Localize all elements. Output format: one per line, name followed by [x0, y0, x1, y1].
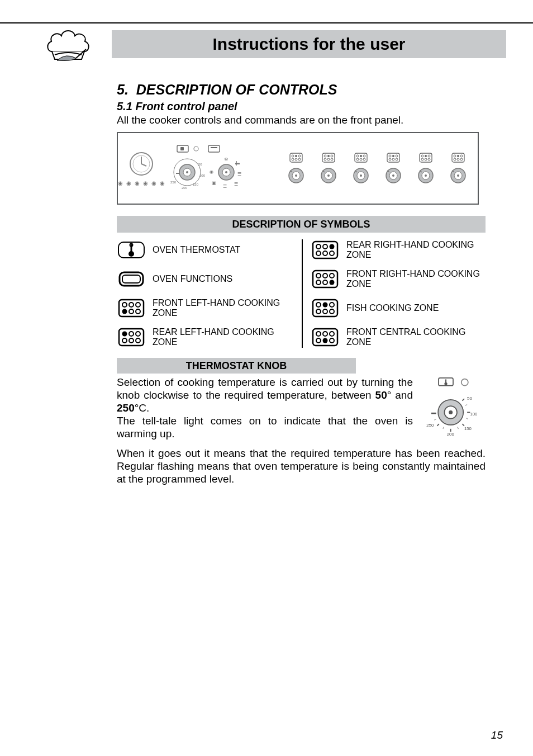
svg-line-152 — [437, 424, 439, 426]
svg-point-142 — [323, 338, 328, 343]
symbol-row: FRONT RIGHT-HAND COOKING ZONE — [311, 268, 486, 290]
svg-point-110 — [122, 332, 127, 337]
svg-point-72 — [392, 174, 394, 177]
svg-point-111 — [129, 332, 134, 336]
mid-knob-group: 50 100 150 200 250 ❄ — [165, 144, 277, 192]
svg-point-117 — [316, 244, 321, 249]
subsection-heading: 5.1 Front control panel — [117, 100, 486, 113]
svg-text:◉: ◉ — [210, 169, 213, 174]
svg-point-12 — [186, 171, 188, 173]
svg-point-54 — [360, 155, 362, 157]
content-region: 5. DESCRIPTION OF CONTROLS 5.1 Front con… — [117, 78, 486, 490]
symbols-table: OVEN THERMOSTAT OVEN FUNCTIONS — [117, 239, 486, 348]
svg-point-21 — [225, 171, 227, 173]
svg-line-148 — [462, 399, 464, 400]
svg-point-143 — [330, 338, 334, 343]
svg-point-57 — [360, 158, 362, 160]
therm-max: 250 — [117, 402, 135, 414]
svg-rect-101 — [122, 275, 140, 283]
svg-point-91 — [460, 158, 463, 160]
svg-line-155 — [458, 427, 459, 428]
svg-point-161 — [449, 410, 453, 414]
svg-point-146 — [444, 382, 447, 385]
therm-tick-100: 100 — [470, 412, 478, 417]
symbol-label: FRONT RIGHT-HAND COOKING ZONE — [346, 269, 486, 289]
svg-point-68 — [392, 158, 394, 160]
svg-point-88 — [460, 155, 463, 157]
svg-point-140 — [330, 332, 334, 336]
svg-point-124 — [316, 273, 321, 278]
svg-point-121 — [323, 251, 327, 256]
symbols-col-right: REAR RIGHT-HAND COOKING ZONE — [311, 239, 486, 348]
svg-point-61 — [360, 174, 362, 177]
symbol-row: REAR RIGHT-HAND COOKING ZONE — [311, 239, 486, 261]
hob-knob-icon — [385, 167, 402, 184]
zone-front-left-icon — [117, 297, 146, 319]
switch-icon: ◉ — [135, 180, 140, 186]
svg-text:❄: ❄ — [224, 157, 229, 162]
svg-point-58 — [363, 158, 365, 160]
svg-point-50 — [327, 174, 330, 177]
svg-text:☰: ☰ — [234, 182, 238, 187]
header-band: Instructions for the user — [112, 30, 506, 58]
therm-tick-250: 250 — [426, 423, 434, 428]
svg-point-120 — [316, 251, 321, 256]
zone-rear-right-icon — [311, 239, 340, 261]
subsection-title: Front control panel — [135, 100, 237, 112]
svg-point-75 — [421, 155, 423, 157]
svg-point-90 — [457, 158, 459, 160]
zone-glyph-icon — [387, 153, 400, 163]
therm-min: 50 — [375, 389, 387, 401]
thermostat-knob-image: 50 100 150 200 250 — [424, 376, 486, 440]
svg-line-3 — [141, 164, 146, 166]
svg-text:50: 50 — [198, 163, 202, 166]
svg-text:☰: ☰ — [237, 172, 241, 177]
svg-point-105 — [136, 303, 140, 307]
svg-point-42 — [324, 155, 326, 157]
svg-point-89 — [454, 158, 456, 160]
hob-knob-unit — [385, 153, 402, 184]
svg-point-119 — [330, 244, 335, 249]
svg-rect-100 — [120, 272, 143, 286]
hob-knob-icon — [320, 167, 337, 184]
hob-knob-unit — [417, 153, 434, 184]
svg-point-127 — [316, 280, 321, 285]
svg-rect-30 — [290, 153, 302, 162]
svg-point-135 — [323, 309, 327, 314]
svg-rect-7 — [208, 145, 220, 152]
svg-rect-5 — [180, 147, 184, 150]
svg-point-126 — [330, 273, 334, 278]
svg-text:▣: ▣ — [212, 181, 216, 186]
svg-point-67 — [389, 158, 391, 160]
symbol-label: REAR LEFT-HAND COOKING ZONE — [153, 327, 292, 347]
symbols-col-left: OVEN THERMOSTAT OVEN FUNCTIONS — [117, 239, 303, 348]
svg-point-35 — [295, 158, 297, 160]
svg-rect-63 — [387, 153, 399, 162]
control-panel-diagram: ◉ ◉ ◉ ◉ ◉ ◉ — [117, 132, 479, 205]
page-number: 15 — [491, 729, 503, 741]
subsection-number: 5.1 — [117, 100, 132, 112]
svg-rect-8 — [211, 147, 217, 148]
svg-point-125 — [323, 273, 327, 278]
panel-left-block: ◉ ◉ ◉ ◉ ◉ ◉ — [118, 151, 165, 186]
svg-point-36 — [298, 158, 301, 160]
svg-line-154 — [466, 418, 468, 419]
svg-rect-74 — [420, 153, 432, 162]
svg-point-69 — [396, 158, 398, 160]
symbol-label: OVEN THERMOSTAT — [153, 245, 240, 255]
svg-point-129 — [330, 280, 335, 285]
svg-point-66 — [396, 155, 398, 157]
svg-rect-52 — [355, 153, 367, 162]
thermo-symbol-icon — [117, 239, 146, 261]
panel-mid-block: 50 100 150 200 250 ❄ — [165, 144, 277, 192]
zone-glyph-icon — [322, 153, 335, 163]
svg-point-53 — [356, 155, 359, 157]
svg-line-157 — [434, 419, 436, 420]
svg-point-45 — [324, 158, 326, 160]
zone-front-right-icon — [311, 268, 340, 290]
section-number: 5. — [117, 82, 129, 97]
hob-knob-icon — [417, 167, 434, 184]
panel-right-knobs — [277, 153, 478, 184]
svg-text:100: 100 — [199, 174, 206, 177]
switch-icon: ◉ — [118, 180, 123, 186]
